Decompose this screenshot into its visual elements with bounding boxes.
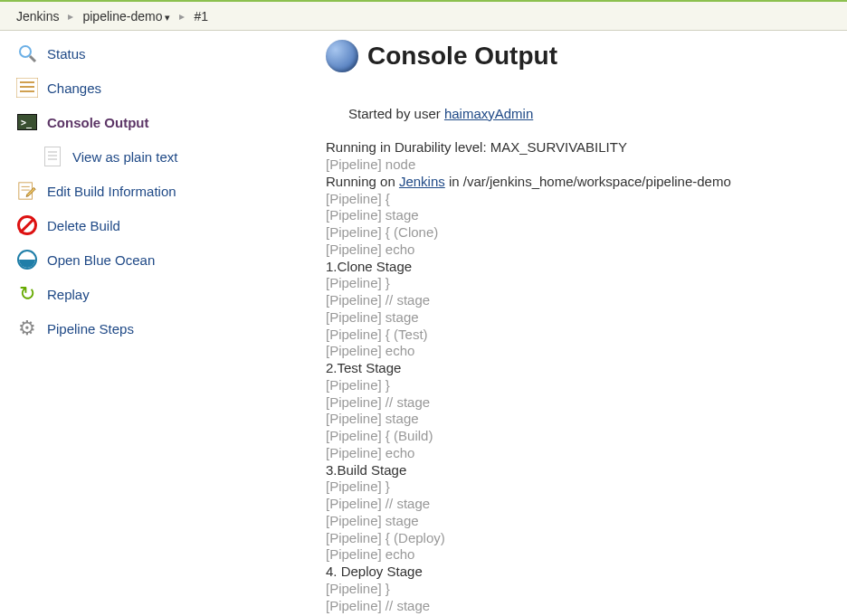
running-suffix: in /var/jenkins_home/workspace/pipeline-… (445, 174, 731, 189)
console-line: 1.Clone Stage (326, 259, 820, 276)
sidebar-item-replay[interactable]: ↻Replay (13, 277, 326, 311)
console-line: 2.Test Stage (326, 360, 820, 377)
doc-icon (42, 146, 63, 167)
svg-point-0 (20, 46, 31, 57)
breadcrumb-item-pipelinedemo[interactable]: pipeline-demo (75, 9, 177, 24)
console-line: [Pipeline] // stage (326, 496, 820, 513)
nodel-icon (16, 214, 38, 236)
started-prefix: Started by user (348, 106, 444, 121)
sidebar: StatusChangesConsole OutputView as plain… (0, 31, 326, 616)
sidebar-item-label: Status (47, 46, 86, 62)
console-line: Running on Jenkins in /var/jenkins_home/… (326, 174, 820, 191)
gear-icon: ⚙ (16, 317, 38, 339)
breadcrumb-separator-icon: ▸ (177, 10, 186, 23)
sidebar-item-label: View as plain text (72, 149, 177, 165)
console-line: [Pipeline] stage (326, 207, 820, 224)
page-title-text: Console Output (367, 42, 557, 71)
console-line: [Pipeline] { (Clone) (326, 224, 820, 242)
console-line: [Pipeline] echo (326, 343, 820, 360)
console-line: [Pipeline] echo (326, 546, 820, 564)
sidebar-item-label: Console Output (47, 115, 149, 130)
console-line: [Pipeline] } (326, 377, 820, 394)
console-line-durability: Running in Durability level: MAX_SURVIVA… (326, 139, 820, 156)
sidebar-item-delete-build[interactable]: Delete Build (13, 208, 326, 242)
sidebar-item-console-output[interactable]: Console Output (13, 105, 326, 139)
console-line: 4. Deploy Stage (326, 564, 820, 581)
terminal-icon (16, 111, 38, 133)
console-line: [Pipeline] // stage (326, 598, 820, 615)
sidebar-item-label: Changes (47, 81, 101, 96)
breadcrumb-separator-icon: ▸ (66, 10, 75, 23)
build-ball-icon (326, 40, 358, 72)
edit-icon (16, 180, 38, 202)
console-line: [Pipeline] { (Deploy) (326, 530, 820, 547)
console-line: [Pipeline] stage (326, 513, 820, 530)
sidebar-item-edit-build-information[interactable]: Edit Build Information (13, 174, 326, 208)
running-node-link[interactable]: Jenkins (399, 174, 445, 189)
sidebar-item-label: Delete Build (47, 218, 120, 233)
list-icon (16, 77, 38, 99)
console-line: [Pipeline] node (326, 156, 820, 174)
sidebar-item-open-blue-ocean[interactable]: Open Blue Ocean (13, 242, 326, 277)
sidebar-item-label: Open Blue Ocean (47, 252, 155, 268)
sidebar-item-label: Pipeline Steps (47, 321, 134, 336)
page-title: Console Output (326, 40, 820, 72)
console-line: [Pipeline] echo (326, 242, 820, 259)
console-line: [Pipeline] echo (326, 445, 820, 462)
sidebar-item-view-as-plain-text[interactable]: View as plain text (13, 139, 326, 174)
breadcrumb-item-jenkins[interactable]: Jenkins (9, 9, 66, 24)
running-prefix: Running on (326, 174, 399, 189)
console-line: 3.Build Stage (326, 462, 820, 479)
console-line: [Pipeline] } (326, 581, 820, 598)
main-content: Console Output Started by user haimaxyAd… (326, 31, 847, 616)
console-line: [Pipeline] } (326, 479, 820, 496)
console-line: [Pipeline] // stage (326, 292, 820, 309)
console-line: [Pipeline] // stage (326, 394, 820, 412)
sidebar-item-status[interactable]: Status (13, 36, 326, 71)
console-line: [Pipeline] { (Test) (326, 327, 820, 344)
replay-icon: ↻ (16, 283, 38, 305)
console-line-started: Started by user haimaxyAdmin (326, 89, 820, 139)
breadcrumb-item-1[interactable]: #1 (186, 9, 215, 24)
console-line: [Pipeline] { (Build) (326, 428, 820, 445)
console-line: [Pipeline] stage (326, 309, 820, 327)
console-line: [Pipeline] { (326, 191, 820, 208)
sidebar-item-label: Replay (47, 287, 90, 302)
sidebar-item-changes[interactable]: Changes (13, 71, 326, 105)
console-line: [Pipeline] stage (326, 411, 820, 428)
sidebar-item-pipeline-steps[interactable]: ⚙Pipeline Steps (13, 311, 326, 346)
console-line: [Pipeline] } (326, 275, 820, 292)
ocean-icon (16, 249, 38, 270)
breadcrumb: Jenkins▸pipeline-demo▸#1 (0, 2, 847, 31)
sidebar-item-label: Edit Build Information (47, 184, 176, 199)
magnifier-icon (16, 43, 38, 64)
started-user-link[interactable]: haimaxyAdmin (444, 106, 533, 121)
svg-line-1 (30, 56, 35, 62)
